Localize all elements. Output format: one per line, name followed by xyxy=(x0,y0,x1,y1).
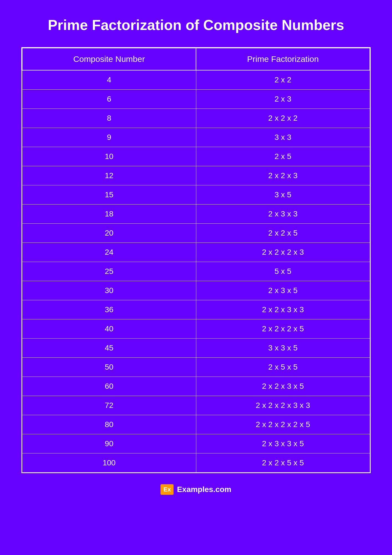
table-row: 82 x 2 x 2 xyxy=(22,109,370,128)
factorization-cell: 2 x 3 x 5 xyxy=(196,281,370,300)
factorization-cell: 2 x 3 x 3 x 5 xyxy=(196,434,370,453)
logo-badge: Ex xyxy=(161,484,174,495)
factorization-cell: 3 x 3 x 5 xyxy=(196,339,370,358)
footer: Ex Examples.com xyxy=(161,484,231,495)
table-row: 802 x 2 x 2 x 2 x 5 xyxy=(22,415,370,434)
site-name: Examples.com xyxy=(177,485,231,494)
table-header-row: Composite Number Prime Factorization xyxy=(22,48,370,70)
table-row: 722 x 2 x 2 x 3 x 3 xyxy=(22,396,370,415)
factorization-cell: 2 x 3 x 3 xyxy=(196,205,370,224)
composite-number-cell: 100 xyxy=(22,453,196,473)
composite-number-cell: 20 xyxy=(22,224,196,243)
factorization-cell: 2 x 5 xyxy=(196,147,370,166)
table-row: 453 x 3 x 5 xyxy=(22,339,370,358)
table-row: 122 x 2 x 3 xyxy=(22,166,370,185)
composite-number-cell: 9 xyxy=(22,128,196,147)
table-row: 1002 x 2 x 5 x 5 xyxy=(22,453,370,473)
composite-number-cell: 36 xyxy=(22,300,196,319)
composite-number-cell: 12 xyxy=(22,166,196,185)
composite-number-cell: 25 xyxy=(22,262,196,281)
factorization-cell: 5 x 5 xyxy=(196,262,370,281)
factorization-cell: 2 x 2 x 2 x 5 xyxy=(196,319,370,339)
col-header-composite: Composite Number xyxy=(22,48,196,70)
factorization-cell: 2 x 2 x 3 x 5 xyxy=(196,377,370,396)
composite-number-cell: 10 xyxy=(22,147,196,166)
factorization-cell: 2 x 2 xyxy=(196,70,370,90)
composite-number-cell: 72 xyxy=(22,396,196,415)
factorization-table: Composite Number Prime Factorization 42 … xyxy=(22,48,370,473)
composite-number-cell: 24 xyxy=(22,243,196,262)
table-row: 902 x 3 x 3 x 5 xyxy=(22,434,370,453)
table-row: 202 x 2 x 5 xyxy=(22,224,370,243)
composite-number-cell: 8 xyxy=(22,109,196,128)
table-row: 182 x 3 x 3 xyxy=(22,205,370,224)
factorization-cell: 2 x 2 x 2 x 3 xyxy=(196,243,370,262)
composite-number-cell: 15 xyxy=(22,185,196,205)
factorization-cell: 2 x 2 x 2 x 2 x 5 xyxy=(196,415,370,434)
factorization-cell: 2 x 2 x 5 xyxy=(196,224,370,243)
factorization-cell: 2 x 2 x 2 x 3 x 3 xyxy=(196,396,370,415)
table-row: 93 x 3 xyxy=(22,128,370,147)
table-row: 302 x 3 x 5 xyxy=(22,281,370,300)
table-row: 502 x 5 x 5 xyxy=(22,358,370,377)
table-row: 602 x 2 x 3 x 5 xyxy=(22,377,370,396)
col-header-factorization: Prime Factorization xyxy=(196,48,370,70)
composite-number-cell: 4 xyxy=(22,70,196,90)
factorization-cell: 2 x 2 x 2 xyxy=(196,109,370,128)
composite-number-cell: 50 xyxy=(22,358,196,377)
table-row: 153 x 5 xyxy=(22,185,370,205)
composite-number-cell: 45 xyxy=(22,339,196,358)
composite-number-cell: 30 xyxy=(22,281,196,300)
factorization-cell: 2 x 2 x 5 x 5 xyxy=(196,453,370,473)
table-row: 242 x 2 x 2 x 3 xyxy=(22,243,370,262)
composite-number-cell: 40 xyxy=(22,319,196,339)
table-row: 62 x 3 xyxy=(22,90,370,109)
table-row: 255 x 5 xyxy=(22,262,370,281)
factorization-cell: 3 x 3 xyxy=(196,128,370,147)
composite-number-cell: 60 xyxy=(22,377,196,396)
composite-number-cell: 80 xyxy=(22,415,196,434)
composite-number-cell: 6 xyxy=(22,90,196,109)
factorization-cell: 2 x 2 x 3 xyxy=(196,166,370,185)
table-row: 42 x 2 xyxy=(22,70,370,90)
factorization-cell: 2 x 5 x 5 xyxy=(196,358,370,377)
page-title: Prime Factorization of Composite Numbers xyxy=(48,17,344,33)
table-row: 402 x 2 x 2 x 5 xyxy=(22,319,370,339)
table-row: 362 x 2 x 3 x 3 xyxy=(22,300,370,319)
factorization-cell: 2 x 3 xyxy=(196,90,370,109)
factorization-cell: 2 x 2 x 3 x 3 xyxy=(196,300,370,319)
composite-number-cell: 90 xyxy=(22,434,196,453)
composite-number-cell: 18 xyxy=(22,205,196,224)
factorization-cell: 3 x 5 xyxy=(196,185,370,205)
table-row: 102 x 5 xyxy=(22,147,370,166)
main-table-container: Composite Number Prime Factorization 42 … xyxy=(21,47,371,473)
